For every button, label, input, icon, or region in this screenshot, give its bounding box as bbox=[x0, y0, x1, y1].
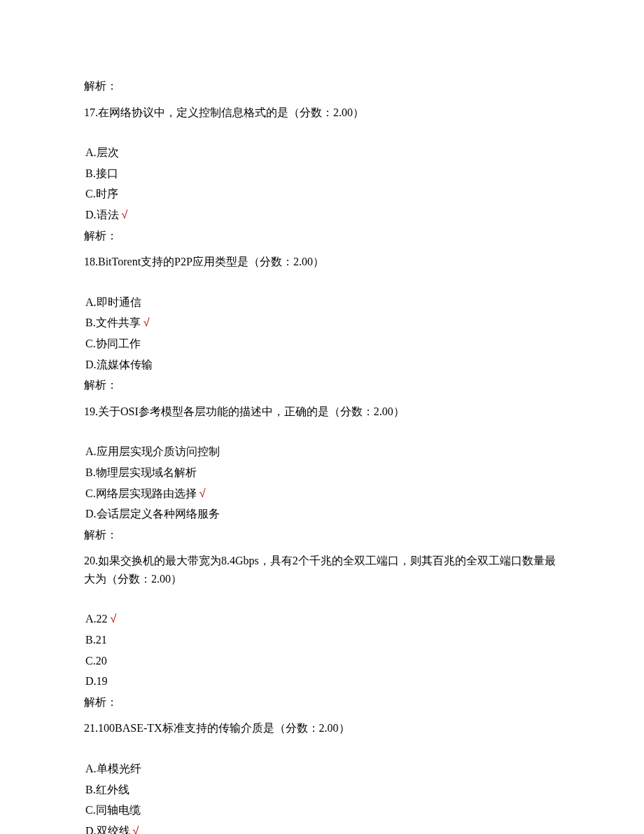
option: C.网络层实现路由选择√ bbox=[85, 485, 560, 503]
question-stem: 18.BitTorent支持的P2P应用类型是（分数：2.00） bbox=[84, 253, 560, 271]
option: D.语法√ bbox=[85, 206, 560, 224]
question-stem: 17.在网络协议中，定义控制信息格式的是（分数：2.00） bbox=[84, 104, 560, 122]
option: C.同轴电缆 bbox=[85, 801, 560, 819]
correct-check-icon: √ bbox=[133, 825, 139, 834]
option: A.22√ bbox=[85, 610, 560, 628]
option: B.红外线 bbox=[85, 781, 560, 799]
option-label: A.单模光纤 bbox=[85, 763, 141, 774]
spacing bbox=[84, 274, 560, 293]
analysis: 解析： bbox=[84, 376, 560, 394]
option: D.19 bbox=[85, 672, 560, 690]
option-label: A.即时通信 bbox=[85, 296, 141, 308]
option-label: A.应用层实现介质访问控制 bbox=[85, 445, 220, 457]
option: B.接口 bbox=[85, 165, 560, 183]
option: D.会话层定义各种网络服务 bbox=[85, 505, 560, 523]
question-stem: 19.关于OSI参考模型各层功能的描述中，正确的是（分数：2.00） bbox=[84, 403, 560, 421]
option-label: B.红外线 bbox=[85, 784, 130, 795]
option-label: B.物理层实现域名解析 bbox=[85, 466, 197, 478]
option-label: D.双绞线 bbox=[85, 825, 130, 834]
spacing bbox=[84, 124, 560, 144]
correct-check-icon: √ bbox=[111, 613, 117, 625]
option-label: B.接口 bbox=[85, 167, 118, 179]
option: B.文件共享√ bbox=[85, 314, 560, 332]
option-label: D.流媒体传输 bbox=[85, 359, 153, 370]
option: D.双绞线√ bbox=[85, 822, 560, 834]
question-stem: 20.如果交换机的最大带宽为8.4Gbps，具有2个千兆的全双工端口，则其百兆的… bbox=[84, 552, 560, 588]
correct-check-icon: √ bbox=[122, 209, 128, 221]
option: C.时序 bbox=[85, 185, 560, 203]
option: B.物理层实现域名解析 bbox=[85, 464, 560, 482]
question-list: 17.在网络协议中，定义控制信息格式的是（分数：2.00） A.层次 B.接口 … bbox=[84, 104, 560, 834]
option: D.流媒体传输 bbox=[85, 356, 560, 374]
option-label: A.22 bbox=[85, 613, 108, 625]
correct-check-icon: √ bbox=[200, 487, 206, 499]
option-label: A.层次 bbox=[85, 146, 119, 158]
option: B.21 bbox=[85, 631, 560, 649]
option: A.层次 bbox=[85, 144, 560, 162]
option-label: C.时序 bbox=[85, 188, 118, 200]
option-label: C.网络层实现路由选择 bbox=[85, 487, 197, 499]
option-label: C.协同工作 bbox=[85, 338, 141, 349]
option-label: C.20 bbox=[85, 655, 107, 667]
option-label: B.21 bbox=[85, 634, 107, 646]
option: C.协同工作 bbox=[85, 335, 560, 353]
option-label: D.会话层定义各种网络服务 bbox=[85, 508, 220, 520]
spacing bbox=[84, 590, 560, 610]
spacing bbox=[84, 740, 560, 760]
spacing bbox=[84, 423, 560, 443]
option: A.应用层实现介质访问控制 bbox=[85, 443, 560, 461]
option-label: B.文件共享 bbox=[85, 317, 141, 328]
analysis: 解析： bbox=[84, 227, 560, 245]
option: A.即时通信 bbox=[85, 293, 560, 312]
analysis: 解析： bbox=[84, 693, 560, 711]
option: C.20 bbox=[85, 652, 560, 670]
analysis: 解析： bbox=[84, 526, 560, 544]
correct-check-icon: √ bbox=[144, 317, 150, 328]
question-stem: 21.100BASE-TX标准支持的传输介质是（分数：2.00） bbox=[84, 719, 560, 737]
option: A.单模光纤 bbox=[85, 760, 560, 778]
option-label: D.19 bbox=[85, 675, 108, 687]
option-label: D.语法 bbox=[85, 209, 119, 221]
pre-analysis: 解析： bbox=[84, 77, 560, 95]
option-label: C.同轴电缆 bbox=[85, 804, 141, 816]
